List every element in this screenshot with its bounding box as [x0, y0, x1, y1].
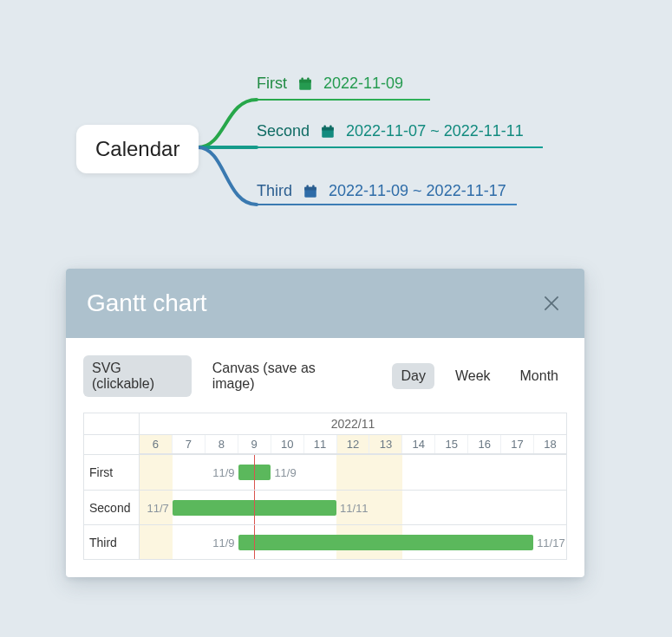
gantt-bar-start-label: 11/7	[147, 500, 169, 516]
gantt-track: 11/911/17	[140, 525, 566, 559]
gantt-track: 11/711/11	[140, 491, 566, 524]
gantt-day-cell: 14	[401, 435, 434, 453]
close-icon[interactable]	[539, 291, 564, 315]
svg-rect-11	[312, 185, 314, 188]
root-label: Calendar	[95, 137, 179, 160]
branch-underline-first	[257, 99, 430, 101]
branch-label: First	[257, 75, 287, 93]
panel-title: Gantt chart	[87, 289, 207, 317]
branch-date: 2022-11-09 ~ 2022-11-17	[329, 182, 506, 200]
today-line	[254, 525, 255, 559]
today-line	[254, 455, 255, 490]
gantt-bar-start-label: 11/9	[212, 465, 234, 480]
gantt-row-name: Second	[84, 491, 140, 524]
gantt-row-name: First	[84, 455, 140, 490]
gantt-bar-end-label: 11/17	[537, 535, 565, 550]
branch-underline-second	[257, 146, 543, 148]
branch-date: 2022-11-07 ~ 2022-11-11	[346, 122, 524, 140]
zoom-tab-day[interactable]: Day	[392, 363, 434, 389]
gantt-panel: Gantt chart SVG (clickable) Canvas (save…	[66, 269, 584, 577]
gantt-day-cell: 10	[271, 435, 303, 453]
weekend-bg	[140, 525, 173, 559]
gantt-row: Second11/711/11	[84, 490, 566, 524]
branch-date: 2022-11-09	[323, 75, 403, 93]
svg-rect-10	[307, 185, 309, 188]
gantt-day-cell: 15	[434, 435, 467, 453]
branch-label: Third	[257, 182, 292, 200]
gantt-month-label: 2022/11	[140, 413, 566, 434]
mindmap: Calendar First 2022-11-09 Second 2022-11…	[0, 0, 672, 260]
gantt-bar-start-label: 11/9	[212, 535, 234, 550]
toolbar: SVG (clickable) Canvas (save as image) D…	[83, 355, 567, 397]
svg-rect-2	[302, 77, 303, 81]
gantt-bar-end-label: 11/11	[340, 500, 369, 516]
weekend-bg	[369, 491, 402, 524]
root-node[interactable]: Calendar	[76, 125, 199, 173]
calendar-icon	[303, 184, 318, 199]
panel-header: Gantt chart	[66, 269, 584, 338]
gantt-day-cell: 7	[172, 435, 205, 453]
gantt-track: 11/911/9	[140, 455, 566, 490]
gantt-corner	[84, 413, 140, 434]
gantt-corner2	[84, 435, 140, 454]
gantt-day-cell: 16	[467, 435, 500, 453]
branch-second[interactable]: Second 2022-11-07 ~ 2022-11-11	[257, 122, 524, 140]
calendar-icon	[297, 76, 313, 92]
weekend-bg	[369, 455, 402, 490]
svg-rect-5	[322, 127, 334, 130]
calendar-icon	[320, 124, 336, 140]
gantt-bar[interactable]	[238, 535, 534, 550]
svg-rect-3	[307, 77, 309, 81]
svg-rect-1	[299, 79, 311, 82]
gantt-day-cell: 13	[369, 435, 401, 453]
weekend-bg	[336, 455, 369, 490]
zoom-tab-week[interactable]: Week	[447, 363, 499, 389]
svg-rect-6	[324, 125, 326, 128]
gantt-day-header: 6789101112131415161718	[140, 435, 566, 454]
gantt-row: First11/911/9	[84, 455, 566, 490]
gantt-row-name: Third	[84, 525, 140, 559]
gantt-day-cell: 6	[140, 435, 172, 453]
render-tab-canvas[interactable]: Canvas (save as image)	[204, 355, 363, 397]
svg-rect-7	[329, 125, 331, 128]
gantt-body: First11/911/9Second11/711/11Third11/911/…	[84, 455, 566, 559]
gantt-day-cell: 9	[238, 435, 271, 453]
gantt-row: Third11/911/17	[84, 524, 566, 559]
gantt-chart: 2022/11 6789101112131415161718 First11/9…	[83, 413, 567, 560]
zoom-tab-month[interactable]: Month	[512, 363, 567, 389]
gantt-day-cell: 17	[500, 435, 533, 453]
weekend-bg	[140, 455, 173, 490]
svg-rect-9	[304, 186, 316, 190]
today-line	[254, 491, 255, 524]
gantt-day-cell: 11	[303, 435, 336, 453]
branch-first[interactable]: First 2022-11-09	[257, 75, 403, 93]
gantt-day-cell: 8	[205, 435, 238, 453]
gantt-bar-end-label: 11/9	[274, 465, 296, 480]
branch-label: Second	[257, 122, 310, 140]
branch-third[interactable]: Third 2022-11-09 ~ 2022-11-17	[257, 182, 506, 200]
gantt-day-cell: 18	[533, 435, 566, 453]
gantt-day-cell: 12	[336, 435, 369, 453]
render-tab-svg[interactable]: SVG (clickable)	[83, 355, 192, 397]
branch-underline-third	[257, 204, 517, 205]
